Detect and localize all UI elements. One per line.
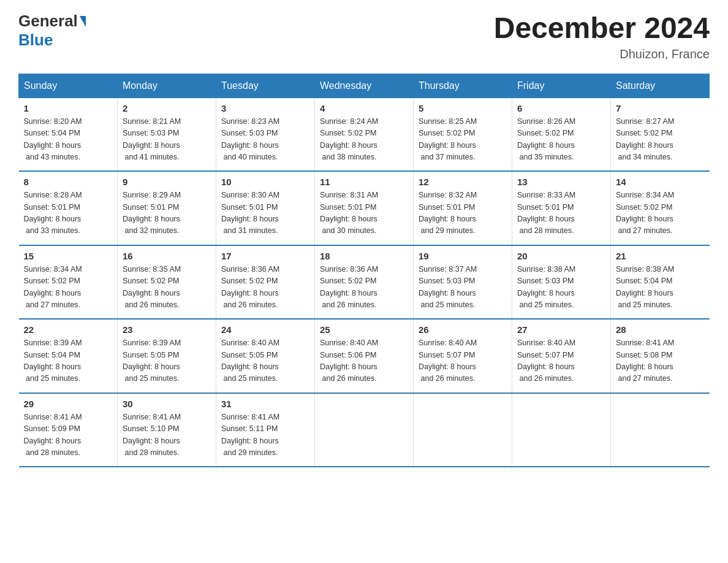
calendar-day-23: 23 Sunrise: 8:39 AMSunset: 5:05 PMDaylig… bbox=[118, 319, 216, 393]
day-info: Sunrise: 8:40 AMSunset: 5:07 PMDaylight:… bbox=[517, 337, 605, 385]
day-number: 4 bbox=[320, 103, 408, 113]
month-title: December 2024 bbox=[494, 12, 710, 45]
calendar-header-row: SundayMondayTuesdayWednesdayThursdayFrid… bbox=[19, 74, 710, 98]
calendar-day-16: 16 Sunrise: 8:35 AMSunset: 5:02 PMDaylig… bbox=[118, 245, 216, 320]
day-info: Sunrise: 8:32 AMSunset: 5:01 PMDaylight:… bbox=[419, 190, 507, 237]
day-number: 3 bbox=[221, 103, 309, 113]
logo-blue: Blue bbox=[18, 31, 53, 50]
empty-cell bbox=[512, 393, 611, 467]
calendar-day-21: 21 Sunrise: 8:38 AMSunset: 5:04 PMDaylig… bbox=[611, 245, 710, 320]
day-number: 10 bbox=[221, 177, 309, 187]
day-info: Sunrise: 8:40 AMSunset: 5:07 PMDaylight:… bbox=[419, 337, 507, 385]
day-number: 29 bbox=[24, 399, 113, 409]
day-info: Sunrise: 8:38 AMSunset: 5:03 PMDaylight:… bbox=[517, 264, 605, 312]
calendar-week-4: 22 Sunrise: 8:39 AMSunset: 5:04 PMDaylig… bbox=[19, 319, 710, 393]
day-number: 20 bbox=[517, 251, 605, 261]
day-number: 19 bbox=[419, 251, 507, 261]
calendar-day-2: 2 Sunrise: 8:21 AMSunset: 5:03 PMDayligh… bbox=[118, 98, 216, 171]
page-header: General Blue December 2024 Dhuizon, Fran… bbox=[18, 12, 710, 61]
calendar-day-28: 28 Sunrise: 8:41 AMSunset: 5:08 PMDaylig… bbox=[611, 319, 710, 393]
day-info: Sunrise: 8:39 AMSunset: 5:04 PMDaylight:… bbox=[24, 337, 113, 385]
calendar-day-13: 13 Sunrise: 8:33 AMSunset: 5:01 PMDaylig… bbox=[512, 171, 611, 245]
calendar-day-8: 8 Sunrise: 8:28 AMSunset: 5:01 PMDayligh… bbox=[19, 171, 118, 245]
day-number: 25 bbox=[320, 324, 408, 335]
calendar-day-6: 6 Sunrise: 8:26 AMSunset: 5:02 PMDayligh… bbox=[512, 98, 611, 171]
day-number: 22 bbox=[24, 324, 113, 335]
day-info: Sunrise: 8:30 AMSunset: 5:01 PMDaylight:… bbox=[221, 190, 309, 237]
day-number: 16 bbox=[123, 251, 211, 261]
header-tuesday: Tuesday bbox=[216, 74, 315, 98]
day-info: Sunrise: 8:26 AMSunset: 5:02 PMDaylight:… bbox=[517, 116, 605, 164]
day-info: Sunrise: 8:21 AMSunset: 5:03 PMDaylight:… bbox=[123, 116, 211, 164]
day-info: Sunrise: 8:29 AMSunset: 5:01 PMDaylight:… bbox=[123, 190, 211, 237]
day-number: 28 bbox=[616, 324, 705, 335]
calendar-day-19: 19 Sunrise: 8:37 AMSunset: 5:03 PMDaylig… bbox=[414, 245, 512, 320]
day-number: 2 bbox=[123, 103, 211, 113]
day-info: Sunrise: 8:37 AMSunset: 5:03 PMDaylight:… bbox=[419, 264, 507, 312]
day-info: Sunrise: 8:28 AMSunset: 5:01 PMDaylight:… bbox=[24, 190, 113, 237]
calendar-day-27: 27 Sunrise: 8:40 AMSunset: 5:07 PMDaylig… bbox=[512, 319, 611, 393]
day-info: Sunrise: 8:33 AMSunset: 5:01 PMDaylight:… bbox=[517, 190, 605, 237]
day-number: 9 bbox=[123, 177, 211, 187]
empty-cell bbox=[315, 393, 414, 467]
calendar-week-3: 15 Sunrise: 8:34 AMSunset: 5:02 PMDaylig… bbox=[19, 245, 710, 320]
calendar-day-30: 30 Sunrise: 8:41 AMSunset: 5:10 PMDaylig… bbox=[118, 393, 216, 467]
calendar-day-11: 11 Sunrise: 8:31 AMSunset: 5:01 PMDaylig… bbox=[315, 171, 414, 245]
day-number: 23 bbox=[123, 324, 211, 335]
day-number: 1 bbox=[24, 103, 113, 113]
day-info: Sunrise: 8:31 AMSunset: 5:01 PMDaylight:… bbox=[320, 190, 408, 237]
header-sunday: Sunday bbox=[19, 74, 118, 98]
day-info: Sunrise: 8:39 AMSunset: 5:05 PMDaylight:… bbox=[123, 337, 211, 385]
day-number: 12 bbox=[419, 177, 507, 187]
header-monday: Monday bbox=[118, 74, 216, 98]
day-info: Sunrise: 8:34 AMSunset: 5:02 PMDaylight:… bbox=[24, 264, 113, 312]
day-info: Sunrise: 8:20 AMSunset: 5:04 PMDaylight:… bbox=[24, 116, 113, 164]
calendar-day-3: 3 Sunrise: 8:23 AMSunset: 5:03 PMDayligh… bbox=[216, 98, 315, 171]
logo: General Blue bbox=[18, 12, 86, 50]
day-number: 11 bbox=[320, 177, 408, 187]
calendar-day-18: 18 Sunrise: 8:36 AMSunset: 5:02 PMDaylig… bbox=[315, 245, 414, 320]
day-info: Sunrise: 8:36 AMSunset: 5:02 PMDaylight:… bbox=[320, 264, 408, 312]
day-number: 24 bbox=[221, 324, 309, 335]
day-info: Sunrise: 8:41 AMSunset: 5:08 PMDaylight:… bbox=[616, 337, 705, 385]
day-number: 18 bbox=[320, 251, 408, 261]
day-number: 7 bbox=[616, 103, 705, 113]
calendar-day-24: 24 Sunrise: 8:40 AMSunset: 5:05 PMDaylig… bbox=[216, 319, 315, 393]
calendar-day-31: 31 Sunrise: 8:41 AMSunset: 5:11 PMDaylig… bbox=[216, 393, 315, 467]
day-number: 8 bbox=[24, 177, 113, 187]
logo-triangle-icon bbox=[80, 16, 86, 27]
calendar-table: SundayMondayTuesdayWednesdayThursdayFrid… bbox=[18, 74, 710, 468]
location: Dhuizon, France bbox=[494, 47, 710, 61]
day-number: 6 bbox=[517, 103, 605, 113]
day-info: Sunrise: 8:23 AMSunset: 5:03 PMDaylight:… bbox=[221, 116, 309, 164]
calendar-day-12: 12 Sunrise: 8:32 AMSunset: 5:01 PMDaylig… bbox=[414, 171, 512, 245]
day-info: Sunrise: 8:25 AMSunset: 5:02 PMDaylight:… bbox=[419, 116, 507, 164]
calendar-day-29: 29 Sunrise: 8:41 AMSunset: 5:09 PMDaylig… bbox=[19, 393, 118, 467]
day-number: 15 bbox=[24, 251, 113, 261]
empty-cell bbox=[611, 393, 710, 467]
header-friday: Friday bbox=[512, 74, 611, 98]
header-thursday: Thursday bbox=[414, 74, 512, 98]
calendar-day-4: 4 Sunrise: 8:24 AMSunset: 5:02 PMDayligh… bbox=[315, 98, 414, 171]
calendar-day-10: 10 Sunrise: 8:30 AMSunset: 5:01 PMDaylig… bbox=[216, 171, 315, 245]
day-info: Sunrise: 8:36 AMSunset: 5:02 PMDaylight:… bbox=[221, 264, 309, 312]
calendar-week-5: 29 Sunrise: 8:41 AMSunset: 5:09 PMDaylig… bbox=[19, 393, 710, 467]
calendar-day-17: 17 Sunrise: 8:36 AMSunset: 5:02 PMDaylig… bbox=[216, 245, 315, 320]
day-info: Sunrise: 8:40 AMSunset: 5:06 PMDaylight:… bbox=[320, 337, 408, 385]
day-info: Sunrise: 8:27 AMSunset: 5:02 PMDaylight:… bbox=[616, 116, 705, 164]
calendar-day-9: 9 Sunrise: 8:29 AMSunset: 5:01 PMDayligh… bbox=[118, 171, 216, 245]
day-number: 17 bbox=[221, 251, 309, 261]
header-wednesday: Wednesday bbox=[315, 74, 414, 98]
day-number: 31 bbox=[221, 399, 309, 409]
empty-cell bbox=[414, 393, 512, 467]
header-saturday: Saturday bbox=[611, 74, 710, 98]
calendar-day-7: 7 Sunrise: 8:27 AMSunset: 5:02 PMDayligh… bbox=[611, 98, 710, 171]
day-number: 13 bbox=[517, 177, 605, 187]
day-number: 30 bbox=[123, 399, 211, 409]
day-number: 21 bbox=[616, 251, 705, 261]
day-info: Sunrise: 8:41 AMSunset: 5:09 PMDaylight:… bbox=[24, 412, 113, 459]
day-info: Sunrise: 8:41 AMSunset: 5:11 PMDaylight:… bbox=[221, 412, 309, 459]
logo-general: General bbox=[18, 12, 78, 30]
day-number: 14 bbox=[616, 177, 705, 187]
calendar-week-2: 8 Sunrise: 8:28 AMSunset: 5:01 PMDayligh… bbox=[19, 171, 710, 245]
